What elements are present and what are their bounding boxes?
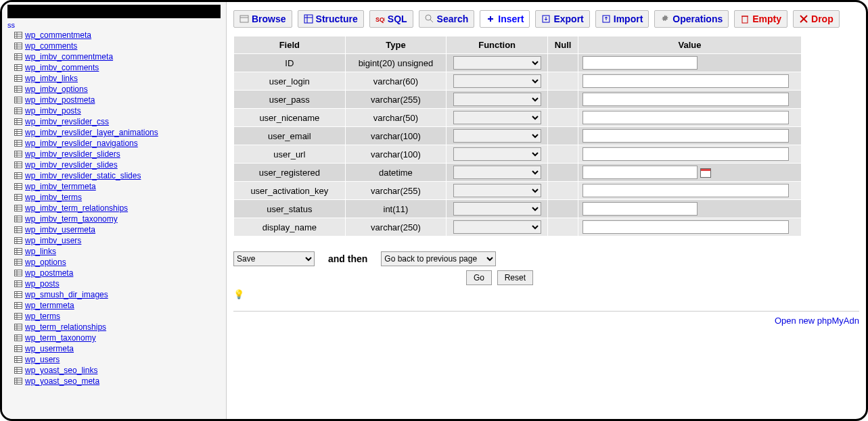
svg-rect-48 bbox=[15, 162, 22, 168]
table-item[interactable]: wp_links bbox=[7, 246, 221, 257]
footer-link[interactable]: Open new phpMyAdn bbox=[233, 311, 859, 326]
function-select[interactable] bbox=[453, 202, 541, 216]
svg-point-138 bbox=[426, 15, 431, 20]
reset-button[interactable]: Reset bbox=[497, 270, 533, 285]
value-input[interactable] bbox=[583, 56, 698, 70]
function-select[interactable] bbox=[453, 147, 541, 161]
svg-rect-64 bbox=[15, 205, 22, 212]
table-item[interactable]: wp_terms bbox=[7, 311, 221, 322]
svg-rect-36 bbox=[15, 130, 22, 136]
function-select[interactable] bbox=[453, 220, 541, 234]
form-row: display_namevarchar(250) bbox=[234, 218, 802, 237]
table-item[interactable]: wp_commentmeta bbox=[7, 30, 221, 41]
table-icon bbox=[14, 269, 22, 277]
tab-import[interactable]: Import bbox=[595, 10, 649, 28]
tab-insert[interactable]: Insert bbox=[480, 10, 530, 28]
function-select[interactable] bbox=[453, 93, 541, 106]
then-select[interactable]: Go back to previous page bbox=[381, 251, 496, 266]
value-input[interactable] bbox=[583, 166, 698, 179]
insert-form-table: Field Type Function Null Value IDbigint(… bbox=[233, 36, 802, 237]
tab-search[interactable]: Search bbox=[419, 10, 475, 28]
function-select[interactable] bbox=[453, 56, 541, 70]
value-input[interactable] bbox=[583, 93, 789, 106]
tab-drop[interactable]: Drop bbox=[793, 10, 840, 28]
table-item[interactable]: wp_imbv_revslider_slides bbox=[7, 159, 221, 170]
bulb-icon[interactable]: 💡 bbox=[233, 289, 243, 299]
table-item[interactable]: wp_term_taxonomy bbox=[7, 332, 221, 343]
go-button[interactable]: Go bbox=[466, 270, 492, 285]
table-icon bbox=[14, 139, 22, 147]
svg-rect-0 bbox=[15, 32, 22, 39]
table-label: wp_imbv_comments bbox=[25, 62, 99, 73]
function-select[interactable] bbox=[453, 166, 541, 179]
value-input[interactable] bbox=[583, 220, 789, 234]
table-item[interactable]: wp_term_relationships bbox=[7, 322, 221, 332]
table-item[interactable]: wp_comments bbox=[7, 41, 221, 51]
tab-label: Insert bbox=[498, 14, 524, 24]
table-icon bbox=[14, 301, 22, 309]
table-item[interactable]: wp_users bbox=[7, 354, 221, 365]
tab-browse[interactable]: Browse bbox=[233, 10, 292, 28]
table-item[interactable]: wp_imbv_revslider_layer_animations bbox=[7, 127, 221, 138]
svg-rect-132 bbox=[240, 16, 248, 22]
value-input[interactable] bbox=[583, 184, 789, 197]
go-reset-row: Go Reset bbox=[463, 270, 859, 285]
function-select[interactable] bbox=[453, 184, 541, 197]
table-item[interactable]: wp_usermeta bbox=[7, 343, 221, 354]
table-item[interactable]: wp_imbv_revslider_css bbox=[7, 116, 221, 127]
tab-label: Export bbox=[553, 14, 583, 24]
value-input[interactable] bbox=[583, 129, 789, 143]
tab-sql[interactable]: SQLSQL bbox=[369, 10, 413, 28]
sidebar: ss wp_commentmetawp_commentswp_imbv_comm… bbox=[2, 2, 227, 419]
table-item[interactable]: wp_imbv_users bbox=[7, 235, 221, 246]
tab-operations[interactable]: Operations bbox=[654, 10, 729, 28]
table-item[interactable]: wp_imbv_terms bbox=[7, 192, 221, 203]
table-item[interactable]: wp_imbv_posts bbox=[7, 105, 221, 116]
svg-rect-144 bbox=[742, 16, 748, 23]
value-input[interactable] bbox=[583, 74, 789, 88]
svg-rect-128 bbox=[15, 378, 22, 385]
form-row: user_passvarchar(255) bbox=[234, 91, 802, 109]
table-item[interactable]: wp_smush_dir_images bbox=[7, 289, 221, 300]
tab-export[interactable]: Export bbox=[535, 10, 589, 28]
table-item[interactable]: wp_imbv_term_taxonomy bbox=[7, 214, 221, 224]
structure-icon bbox=[304, 14, 313, 24]
table-item[interactable]: wp_yoast_seo_meta bbox=[7, 376, 221, 387]
table-item[interactable]: wp_options bbox=[7, 257, 221, 268]
value-input[interactable] bbox=[583, 111, 789, 124]
field-name: user_registered bbox=[234, 164, 346, 182]
calendar-icon[interactable] bbox=[700, 168, 711, 178]
table-icon bbox=[14, 323, 22, 331]
value-input[interactable] bbox=[583, 147, 789, 161]
table-item[interactable]: wp_termmeta bbox=[7, 300, 221, 311]
table-item[interactable]: wp_imbv_commentmeta bbox=[7, 51, 221, 62]
table-item[interactable]: wp_imbv_comments bbox=[7, 62, 221, 73]
table-item[interactable]: wp_imbv_revslider_sliders bbox=[7, 149, 221, 159]
table-item[interactable]: wp_postmeta bbox=[7, 268, 221, 278]
table-item[interactable]: wp_imbv_revslider_navigations bbox=[7, 138, 221, 149]
tab-structure[interactable]: Structure bbox=[298, 10, 364, 28]
svg-rect-88 bbox=[15, 270, 22, 276]
null-cell bbox=[548, 109, 578, 127]
table-item[interactable]: wp_imbv_revslider_static_slides bbox=[7, 170, 221, 181]
field-name: display_name bbox=[234, 218, 346, 237]
table-item[interactable]: wp_imbv_termmeta bbox=[7, 181, 221, 192]
table-item[interactable]: wp_imbv_term_relationships bbox=[7, 203, 221, 214]
table-item[interactable]: wp_posts bbox=[7, 278, 221, 289]
table-item[interactable]: wp_imbv_options bbox=[7, 84, 221, 95]
table-icon bbox=[14, 85, 22, 93]
function-select[interactable] bbox=[453, 129, 541, 143]
save-select[interactable]: Save bbox=[233, 251, 315, 266]
table-item[interactable]: wp_imbv_usermeta bbox=[7, 224, 221, 235]
function-select[interactable] bbox=[453, 111, 541, 124]
value-input[interactable] bbox=[583, 202, 698, 216]
tab-empty[interactable]: Empty bbox=[734, 10, 787, 28]
function-select[interactable] bbox=[453, 74, 541, 88]
table-label: wp_imbv_term_taxonomy bbox=[25, 214, 118, 224]
table-item[interactable]: wp_yoast_seo_links bbox=[7, 365, 221, 376]
svg-rect-28 bbox=[15, 108, 22, 114]
table-item[interactable]: wp_imbv_postmeta bbox=[7, 95, 221, 105]
form-row: user_urlvarchar(100) bbox=[234, 145, 802, 164]
table-label: wp_imbv_revslider_static_slides bbox=[25, 170, 141, 181]
table-item[interactable]: wp_imbv_links bbox=[7, 73, 221, 84]
